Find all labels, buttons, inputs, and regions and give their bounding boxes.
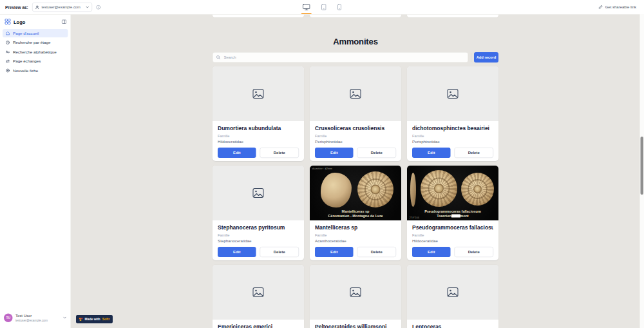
- delete-button[interactable]: Delete: [455, 247, 494, 257]
- scrollbar-thumb[interactable]: [641, 137, 644, 195]
- sidebar-user-menu[interactable]: TU Test User testuser@example.com: [0, 310, 71, 325]
- delete-button[interactable]: Delete: [357, 148, 397, 158]
- image-placeholder-icon: [252, 188, 264, 198]
- family-label: Famille: [315, 233, 396, 237]
- search-box: [213, 52, 468, 63]
- app-root: Preview as: testuser@example.com: [0, 0, 644, 328]
- photo-caption-species: Mantelliceras sp: [310, 209, 401, 214]
- edit-button[interactable]: Edit: [412, 148, 451, 158]
- user-name: Test User: [15, 313, 60, 318]
- record-card: diamètre : 42mmMantelliceras spCénomanie…: [310, 166, 401, 260]
- record-title: Emericiceras emerici: [218, 324, 299, 328]
- sidebar: Logo Page d'accueil Recherche par étage: [0, 14, 71, 328]
- fossil-side-view-photo: [410, 173, 416, 207]
- fossil-ammonite-photo: [357, 171, 393, 207]
- card-body: Stephanoceras pyritosumFamilleStephanoce…: [213, 220, 304, 243]
- delete-button[interactable]: Delete: [260, 247, 299, 257]
- plus-circle-icon: [6, 68, 10, 73]
- card-image-photo: 27/Y104Pseudogrammoceras fallaciosumToar…: [407, 166, 498, 220]
- made-with-softr-badge[interactable]: Made with Softr: [76, 315, 113, 323]
- card-body: Crussoliceras crusoliensisFamillePerisph…: [310, 121, 401, 144]
- sidebar-item-recherche-alphabetique[interactable]: Recherche alphabétique: [3, 48, 68, 56]
- fossil-rock-photo: [321, 173, 352, 207]
- fossil-ammonite-photo: [421, 170, 457, 207]
- card-body: dichotomosphinctes besairieiFamillePeris…: [407, 121, 498, 144]
- delete-button[interactable]: Delete: [455, 148, 494, 158]
- card-image-placeholder: [310, 265, 401, 320]
- family-label: Famille: [412, 233, 493, 237]
- partial-card-above: [407, 14, 498, 17]
- family-label: Famille: [412, 134, 493, 138]
- link-icon: [598, 5, 603, 10]
- share-link-label: Get shareable link: [605, 5, 636, 10]
- record-card: Emericiceras emericiEditDelete: [213, 265, 304, 328]
- sidebar-item-label: Nouvelle fiche: [13, 68, 38, 73]
- card-body: Mantelliceras spFamilleAcanthoceratidae: [310, 220, 401, 243]
- card-body: Dumortiera subundulataFamilleHildocerati…: [213, 121, 304, 144]
- page-title: Ammonites: [213, 37, 498, 47]
- card-image-placeholder: [407, 66, 498, 121]
- record-card: Dumortiera subundulataFamilleHildocerati…: [213, 66, 304, 161]
- family-label: Famille: [315, 134, 396, 138]
- scrollbar-track[interactable]: [640, 14, 644, 328]
- divider: [471, 53, 472, 62]
- record-card: 27/Y104Pseudogrammoceras fallaciosumToar…: [407, 166, 498, 260]
- record-title: Pseudogrammoceras fallaciosum: [412, 225, 493, 231]
- sidebar-item-label: Page échanges: [13, 59, 41, 64]
- edit-button[interactable]: Edit: [315, 247, 354, 257]
- search-input[interactable]: [223, 55, 465, 60]
- record-title: Dumortiera subundulata: [218, 126, 299, 132]
- card-actions: EditDelete: [310, 148, 401, 161]
- partial-card-above: [213, 14, 304, 17]
- photo-caption-species: Pseudogrammoceras fallaciosum: [407, 209, 498, 214]
- desktop-preview-button[interactable]: [303, 0, 310, 14]
- card-body: Pseudogrammoceras fallaciosumFamilleHild…: [407, 220, 498, 243]
- sidebar-header: Logo: [5, 17, 67, 26]
- mobile-preview-button[interactable]: [337, 0, 342, 14]
- family-label: Famille: [218, 134, 299, 138]
- card-body: Peltoceratoides williamsoni: [310, 320, 401, 328]
- sidebar-item-page-accueil[interactable]: Page d'accueil: [3, 29, 68, 37]
- sidebar-item-label: Recherche par étage: [13, 41, 50, 45]
- card-actions: EditDelete: [310, 247, 401, 260]
- alphabetical-search-icon: [6, 50, 10, 54]
- logo-icon: [5, 19, 11, 25]
- record-card: dichotomosphinctes besairieiFamillePeris…: [407, 66, 498, 161]
- card-actions: EditDelete: [213, 247, 304, 260]
- card-image-placeholder: [213, 66, 304, 121]
- main-content: Ammonites Add record Dumortiera subundul…: [71, 14, 644, 328]
- record-title: Stephanoceras pyritosum: [218, 225, 299, 231]
- edit-button[interactable]: Edit: [315, 148, 354, 158]
- preview-user-selector[interactable]: testuser@example.com: [32, 3, 92, 12]
- family-value: Perisphinctidae: [315, 139, 396, 144]
- photo-annotation: diamètre : 42mm: [312, 167, 333, 170]
- edit-button[interactable]: Edit: [412, 247, 451, 257]
- softr-logo-icon: [79, 317, 83, 321]
- delete-button[interactable]: Delete: [260, 148, 299, 158]
- tablet-preview-button[interactable]: [321, 0, 327, 14]
- family-value: Hildoceratidae: [218, 139, 299, 144]
- image-placeholder-icon: [252, 89, 264, 99]
- family-value: Stephanoceratidae: [218, 238, 299, 243]
- sidebar-item-recherche-par-etage[interactable]: Recherche par étage: [3, 39, 68, 47]
- edit-button[interactable]: Edit: [218, 148, 256, 158]
- get-shareable-link[interactable]: Get shareable link: [598, 0, 636, 14]
- info-icon[interactable]: [96, 5, 101, 10]
- record-title: dichotomosphinctes besairiei: [412, 126, 493, 132]
- sidebar-item-page-echanges[interactable]: Page échanges: [3, 57, 68, 66]
- photo-caption: Mantelliceras spCénomanien - Montagne de…: [310, 209, 401, 218]
- delete-button[interactable]: Delete: [357, 247, 397, 257]
- sidebar-nav: Page d'accueil Recherche par étage Reche…: [3, 29, 68, 76]
- user-email: testuser@example.com: [15, 318, 60, 322]
- card-body: Emericiceras emerici: [213, 320, 304, 328]
- sidebar-item-nouvelle-fiche[interactable]: Nouvelle fiche: [3, 66, 68, 75]
- home-icon: [6, 31, 10, 35]
- record-card: Crussoliceras crusoliensisFamillePerisph…: [310, 66, 401, 161]
- partial-card-above: [310, 14, 401, 17]
- collapse-sidebar-icon[interactable]: [62, 19, 67, 24]
- preview-as-label: Preview as:: [5, 5, 28, 10]
- image-placeholder-icon: [447, 287, 459, 298]
- add-record-button[interactable]: Add record: [474, 52, 498, 63]
- photo-caption-locality: Cénomanien - Montagne de Lure: [328, 214, 383, 218]
- edit-button[interactable]: Edit: [218, 247, 256, 257]
